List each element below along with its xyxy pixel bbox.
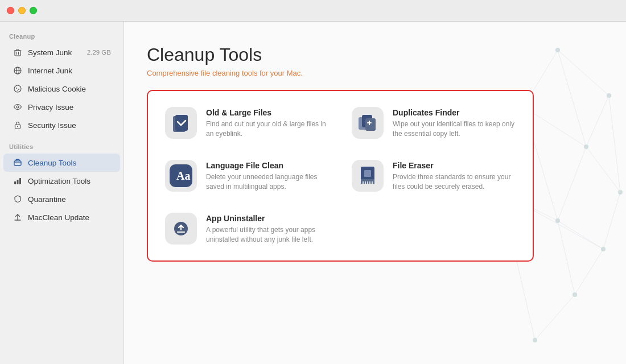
sidebar-item-internet-junk[interactable]: Internet Junk — [3, 61, 120, 80]
sidebar-label-privacy-issue: Privacy Issue — [28, 103, 73, 111]
traffic-lights — [7, 7, 37, 14]
maximize-button[interactable] — [30, 7, 37, 14]
language-file-clean-desc: Delete your unneeded language files save… — [206, 172, 329, 192]
svg-line-21 — [558, 221, 603, 249]
system-junk-badge: 2.29 GB — [87, 49, 111, 56]
main-content: Cleanup Tools Comprehensive file cleanin… — [124, 22, 626, 364]
svg-point-9 — [17, 126, 18, 127]
svg-point-4 — [16, 88, 17, 89]
globe-icon — [13, 65, 23, 76]
language-file-clean-icon: Aa — [165, 160, 197, 192]
svg-point-6 — [17, 90, 18, 91]
tools-grid: Old & Large Files Find and cut out your … — [147, 90, 534, 262]
sidebar-item-system-junk[interactable]: System Junk 2.29 GB — [3, 43, 120, 61]
svg-point-33 — [584, 144, 588, 149]
grid-empty-cell — [340, 202, 527, 255]
svg-line-16 — [586, 147, 620, 192]
broom-icon — [13, 158, 23, 168]
duplicates-finder-desc: Wipe out your identical files to keep on… — [393, 119, 516, 139]
sidebar: Cleanup System Junk 2.29 GB — [0, 22, 124, 364]
svg-line-15 — [586, 96, 609, 147]
svg-rect-11 — [14, 181, 16, 184]
sidebar-item-cleanup-tools[interactable]: Cleanup Tools — [3, 154, 120, 172]
svg-point-35 — [601, 247, 606, 251]
app-uninstaller-icon — [165, 213, 197, 245]
sidebar-label-system-junk: System Junk — [28, 48, 72, 57]
sidebar-label-internet-junk: Internet Junk — [28, 67, 72, 75]
sidebar-divider — [0, 134, 123, 141]
app-uninstaller-info: App Uninstaller A powerful utility that … — [206, 213, 329, 245]
svg-line-23 — [609, 96, 620, 192]
file-eraser-icon — [352, 160, 384, 192]
old-large-files-desc: Find and cut out your old & large files … — [206, 119, 329, 139]
update-icon — [13, 212, 23, 222]
app-uninstaller-name: App Uninstaller — [206, 214, 329, 223]
chart-icon — [13, 176, 23, 186]
svg-point-34 — [618, 190, 623, 195]
svg-rect-12 — [17, 180, 19, 184]
svg-text:Aa: Aa — [176, 169, 190, 182]
duplicates-finder-name: Duplicates Finder — [393, 108, 516, 117]
svg-line-18 — [575, 249, 603, 295]
close-button[interactable] — [7, 7, 14, 14]
file-eraser-name: File Eraser — [393, 161, 516, 170]
page-subtitle: Comprehensive file cleaning tools for yo… — [147, 69, 603, 77]
sidebar-label-malicious-cookie: Malicious Cookie — [28, 85, 86, 93]
svg-point-3 — [14, 85, 21, 92]
sidebar-item-security-issue[interactable]: Security Issue — [3, 116, 120, 134]
eye-icon — [13, 102, 23, 112]
file-eraser-desc: Provide three standards to ensure your f… — [393, 172, 516, 192]
titlebar — [0, 0, 626, 22]
lock-icon — [13, 120, 23, 130]
duplicates-finder-info: Duplicates Finder Wipe out your identica… — [393, 107, 516, 139]
svg-rect-45 — [365, 118, 376, 131]
sidebar-item-optimization-tools[interactable]: Optimization Tools — [3, 172, 120, 190]
cleanup-section-label: Cleanup — [0, 31, 123, 43]
old-large-files-name: Old & Large Files — [206, 108, 329, 117]
sidebar-label-cleanup-tools: Cleanup Tools — [28, 159, 76, 167]
svg-line-20 — [558, 147, 586, 221]
language-file-clean-name: Language File Clean — [206, 161, 329, 170]
app-container: Cleanup System Junk 2.29 GB — [0, 22, 626, 364]
svg-point-36 — [573, 292, 577, 297]
tool-item-old-large-files[interactable]: Old & Large Files Find and cut out your … — [154, 97, 340, 150]
svg-line-17 — [603, 192, 620, 249]
sidebar-label-macclean-update: MacClean Update — [28, 213, 89, 222]
language-file-clean-info: Language File Clean Delete your unneeded… — [206, 160, 329, 192]
svg-point-32 — [607, 93, 611, 98]
app-uninstaller-desc: A powerful utility that gets your apps u… — [206, 225, 329, 245]
trash-icon — [13, 47, 23, 57]
file-eraser-info: File Eraser Provide three standards to e… — [393, 160, 516, 192]
svg-line-29 — [535, 295, 575, 340]
svg-rect-55 — [364, 170, 371, 177]
sidebar-label-optimization-tools: Optimization Tools — [28, 177, 90, 185]
old-large-files-info: Old & Large Files Find and cut out your … — [206, 107, 329, 139]
sidebar-label-quarantine: Quarantine — [28, 195, 66, 204]
svg-line-22 — [558, 221, 575, 295]
minimize-button[interactable] — [18, 7, 26, 14]
svg-point-7 — [17, 106, 19, 108]
sidebar-item-macclean-update[interactable]: MacClean Update — [3, 208, 120, 226]
sidebar-label-security-issue: Security Issue — [28, 121, 76, 130]
tool-item-duplicates-finder[interactable]: Duplicates Finder Wipe out your identica… — [340, 97, 527, 150]
duplicates-finder-icon — [352, 107, 384, 139]
svg-point-40 — [533, 338, 537, 342]
tool-item-app-uninstaller[interactable]: App Uninstaller A powerful utility that … — [154, 202, 340, 255]
page-title: Cleanup Tools — [147, 44, 603, 65]
cookie-icon — [13, 84, 23, 94]
svg-rect-10 — [14, 161, 21, 166]
shield-icon — [13, 194, 23, 204]
old-large-files-icon — [165, 107, 197, 139]
svg-point-5 — [18, 89, 19, 90]
svg-point-37 — [555, 218, 560, 223]
svg-rect-0 — [15, 51, 20, 56]
tool-item-file-eraser[interactable]: File Eraser Provide three standards to e… — [340, 150, 527, 202]
tool-item-language-file-clean[interactable]: Aa Language File Clean Delete your unnee… — [154, 150, 340, 202]
utilities-section-label: Utilities — [0, 141, 123, 154]
sidebar-item-privacy-issue[interactable]: Privacy Issue — [3, 98, 120, 116]
sidebar-item-quarantine[interactable]: Quarantine — [3, 190, 120, 208]
sidebar-item-malicious-cookie[interactable]: Malicious Cookie — [3, 80, 120, 98]
svg-rect-42 — [175, 115, 188, 131]
svg-rect-13 — [19, 178, 21, 184]
